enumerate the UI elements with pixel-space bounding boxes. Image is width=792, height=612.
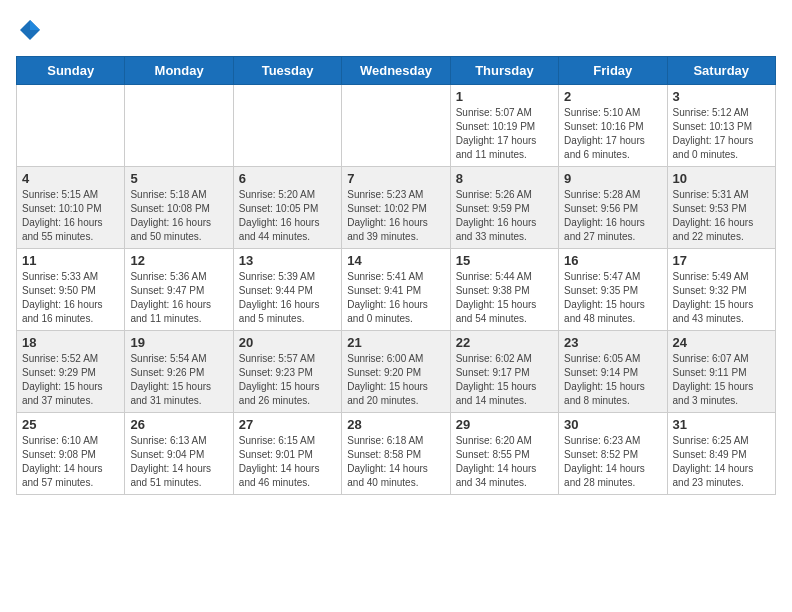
calendar-cell: 21Sunrise: 6:00 AM Sunset: 9:20 PM Dayli…: [342, 331, 450, 413]
header-monday: Monday: [125, 57, 233, 85]
calendar-cell: 25Sunrise: 6:10 AM Sunset: 9:08 PM Dayli…: [17, 413, 125, 495]
day-number: 2: [564, 89, 661, 104]
day-info: Sunrise: 5:10 AM Sunset: 10:16 PM Daylig…: [564, 106, 661, 162]
calendar-cell: 9Sunrise: 5:28 AM Sunset: 9:56 PM Daylig…: [559, 167, 667, 249]
day-info: Sunrise: 5:41 AM Sunset: 9:41 PM Dayligh…: [347, 270, 444, 326]
calendar-cell: 22Sunrise: 6:02 AM Sunset: 9:17 PM Dayli…: [450, 331, 558, 413]
day-info: Sunrise: 5:47 AM Sunset: 9:35 PM Dayligh…: [564, 270, 661, 326]
day-number: 4: [22, 171, 119, 186]
svg-marker-1: [30, 20, 40, 30]
calendar-cell: 1Sunrise: 5:07 AM Sunset: 10:19 PM Dayli…: [450, 85, 558, 167]
calendar-cell: 30Sunrise: 6:23 AM Sunset: 8:52 PM Dayli…: [559, 413, 667, 495]
day-number: 26: [130, 417, 227, 432]
header-sunday: Sunday: [17, 57, 125, 85]
day-number: 1: [456, 89, 553, 104]
calendar-table: Sunday Monday Tuesday Wednesday Thursday…: [16, 56, 776, 495]
calendar-cell: 17Sunrise: 5:49 AM Sunset: 9:32 PM Dayli…: [667, 249, 775, 331]
day-number: 16: [564, 253, 661, 268]
day-number: 7: [347, 171, 444, 186]
day-number: 23: [564, 335, 661, 350]
calendar-cell: 16Sunrise: 5:47 AM Sunset: 9:35 PM Dayli…: [559, 249, 667, 331]
calendar-cell: 11Sunrise: 5:33 AM Sunset: 9:50 PM Dayli…: [17, 249, 125, 331]
header-wednesday: Wednesday: [342, 57, 450, 85]
day-info: Sunrise: 5:31 AM Sunset: 9:53 PM Dayligh…: [673, 188, 770, 244]
header-thursday: Thursday: [450, 57, 558, 85]
day-info: Sunrise: 6:15 AM Sunset: 9:01 PM Dayligh…: [239, 434, 336, 490]
calendar-cell: [125, 85, 233, 167]
calendar-cell: 20Sunrise: 5:57 AM Sunset: 9:23 PM Dayli…: [233, 331, 341, 413]
day-number: 19: [130, 335, 227, 350]
day-info: Sunrise: 5:28 AM Sunset: 9:56 PM Dayligh…: [564, 188, 661, 244]
calendar-cell: 26Sunrise: 6:13 AM Sunset: 9:04 PM Dayli…: [125, 413, 233, 495]
week-row-1: 1Sunrise: 5:07 AM Sunset: 10:19 PM Dayli…: [17, 85, 776, 167]
day-number: 28: [347, 417, 444, 432]
day-info: Sunrise: 5:23 AM Sunset: 10:02 PM Daylig…: [347, 188, 444, 244]
calendar-cell: 4Sunrise: 5:15 AM Sunset: 10:10 PM Dayli…: [17, 167, 125, 249]
day-number: 17: [673, 253, 770, 268]
calendar-cell: 27Sunrise: 6:15 AM Sunset: 9:01 PM Dayli…: [233, 413, 341, 495]
day-info: Sunrise: 6:18 AM Sunset: 8:58 PM Dayligh…: [347, 434, 444, 490]
day-number: 6: [239, 171, 336, 186]
day-info: Sunrise: 5:15 AM Sunset: 10:10 PM Daylig…: [22, 188, 119, 244]
day-info: Sunrise: 5:49 AM Sunset: 9:32 PM Dayligh…: [673, 270, 770, 326]
calendar-cell: 3Sunrise: 5:12 AM Sunset: 10:13 PM Dayli…: [667, 85, 775, 167]
logo: [16, 16, 48, 44]
day-number: 3: [673, 89, 770, 104]
day-number: 15: [456, 253, 553, 268]
day-info: Sunrise: 5:57 AM Sunset: 9:23 PM Dayligh…: [239, 352, 336, 408]
header-friday: Friday: [559, 57, 667, 85]
day-info: Sunrise: 5:39 AM Sunset: 9:44 PM Dayligh…: [239, 270, 336, 326]
day-number: 30: [564, 417, 661, 432]
week-row-4: 18Sunrise: 5:52 AM Sunset: 9:29 PM Dayli…: [17, 331, 776, 413]
logo-icon: [16, 16, 44, 44]
weekday-header-row: Sunday Monday Tuesday Wednesday Thursday…: [17, 57, 776, 85]
header-saturday: Saturday: [667, 57, 775, 85]
calendar-cell: 2Sunrise: 5:10 AM Sunset: 10:16 PM Dayli…: [559, 85, 667, 167]
day-number: 25: [22, 417, 119, 432]
day-number: 9: [564, 171, 661, 186]
day-info: Sunrise: 6:05 AM Sunset: 9:14 PM Dayligh…: [564, 352, 661, 408]
day-number: 20: [239, 335, 336, 350]
day-number: 12: [130, 253, 227, 268]
calendar-cell: 23Sunrise: 6:05 AM Sunset: 9:14 PM Dayli…: [559, 331, 667, 413]
week-row-5: 25Sunrise: 6:10 AM Sunset: 9:08 PM Dayli…: [17, 413, 776, 495]
day-number: 8: [456, 171, 553, 186]
day-info: Sunrise: 6:02 AM Sunset: 9:17 PM Dayligh…: [456, 352, 553, 408]
day-number: 5: [130, 171, 227, 186]
day-info: Sunrise: 5:33 AM Sunset: 9:50 PM Dayligh…: [22, 270, 119, 326]
calendar-cell: 5Sunrise: 5:18 AM Sunset: 10:08 PM Dayli…: [125, 167, 233, 249]
day-number: 18: [22, 335, 119, 350]
calendar-cell: [233, 85, 341, 167]
calendar-cell: 28Sunrise: 6:18 AM Sunset: 8:58 PM Dayli…: [342, 413, 450, 495]
calendar-cell: [17, 85, 125, 167]
calendar-cell: 14Sunrise: 5:41 AM Sunset: 9:41 PM Dayli…: [342, 249, 450, 331]
day-info: Sunrise: 6:10 AM Sunset: 9:08 PM Dayligh…: [22, 434, 119, 490]
day-number: 31: [673, 417, 770, 432]
day-number: 24: [673, 335, 770, 350]
day-info: Sunrise: 5:44 AM Sunset: 9:38 PM Dayligh…: [456, 270, 553, 326]
week-row-3: 11Sunrise: 5:33 AM Sunset: 9:50 PM Dayli…: [17, 249, 776, 331]
day-info: Sunrise: 6:23 AM Sunset: 8:52 PM Dayligh…: [564, 434, 661, 490]
calendar-cell: 13Sunrise: 5:39 AM Sunset: 9:44 PM Dayli…: [233, 249, 341, 331]
page-header: [16, 16, 776, 44]
day-info: Sunrise: 5:26 AM Sunset: 9:59 PM Dayligh…: [456, 188, 553, 244]
calendar-cell: 18Sunrise: 5:52 AM Sunset: 9:29 PM Dayli…: [17, 331, 125, 413]
day-number: 27: [239, 417, 336, 432]
day-number: 21: [347, 335, 444, 350]
week-row-2: 4Sunrise: 5:15 AM Sunset: 10:10 PM Dayli…: [17, 167, 776, 249]
day-number: 29: [456, 417, 553, 432]
calendar-cell: 24Sunrise: 6:07 AM Sunset: 9:11 PM Dayli…: [667, 331, 775, 413]
day-info: Sunrise: 5:07 AM Sunset: 10:19 PM Daylig…: [456, 106, 553, 162]
calendar-cell: 15Sunrise: 5:44 AM Sunset: 9:38 PM Dayli…: [450, 249, 558, 331]
calendar-cell: [342, 85, 450, 167]
calendar-cell: 29Sunrise: 6:20 AM Sunset: 8:55 PM Dayli…: [450, 413, 558, 495]
day-number: 14: [347, 253, 444, 268]
day-info: Sunrise: 5:12 AM Sunset: 10:13 PM Daylig…: [673, 106, 770, 162]
day-info: Sunrise: 5:52 AM Sunset: 9:29 PM Dayligh…: [22, 352, 119, 408]
day-info: Sunrise: 6:00 AM Sunset: 9:20 PM Dayligh…: [347, 352, 444, 408]
calendar-cell: 7Sunrise: 5:23 AM Sunset: 10:02 PM Dayli…: [342, 167, 450, 249]
day-info: Sunrise: 5:20 AM Sunset: 10:05 PM Daylig…: [239, 188, 336, 244]
day-info: Sunrise: 5:18 AM Sunset: 10:08 PM Daylig…: [130, 188, 227, 244]
day-number: 13: [239, 253, 336, 268]
day-info: Sunrise: 6:13 AM Sunset: 9:04 PM Dayligh…: [130, 434, 227, 490]
